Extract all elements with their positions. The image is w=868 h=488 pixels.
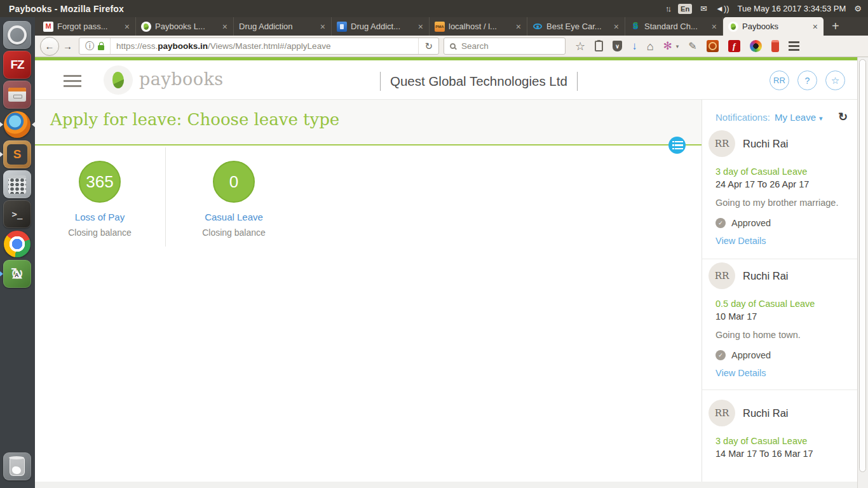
clock[interactable]: Tue May 16 2017 3:34:53 PM [738, 4, 846, 13]
chrome-orb [4, 231, 31, 257]
filezilla-glyph: FZ [10, 58, 24, 72]
tab-close-button[interactable]: × [320, 22, 326, 32]
tab-close-button[interactable]: × [613, 22, 620, 32]
forward-button[interactable]: → [61, 41, 74, 51]
tab-paybooks-active[interactable]: Paybooks × [723, 17, 824, 36]
notifications-label: Notifications: [715, 112, 770, 123]
ubuntu-dash-icon[interactable] [3, 21, 31, 49]
balance-circle[interactable]: 365 [79, 161, 121, 203]
trash-icon[interactable] [3, 452, 31, 480]
url-text[interactable]: https://ess.paybooks.in/Views/Master.htm… [111, 41, 418, 51]
software-updater-icon[interactable]: ↻ A [3, 260, 31, 288]
focused-indicator [29, 122, 35, 127]
file-archiver-icon[interactable] [3, 81, 31, 109]
filezilla-icon[interactable]: FZ [3, 51, 31, 79]
home-icon[interactable]: ⌂ [647, 41, 654, 52]
network-indicator-icon[interactable]: ↑↓ [665, 4, 670, 13]
card-divider [702, 390, 857, 390]
tab-paybooks-login[interactable]: Paybooks L... × [136, 17, 234, 36]
keyboard-layout-indicator[interactable]: En [678, 4, 692, 14]
reload-button[interactable]: ↻ [418, 38, 438, 54]
tab-label: localhost / l... [449, 22, 512, 31]
favorites-star-button[interactable]: ☆ [825, 71, 845, 90]
help-button[interactable]: ? [797, 71, 817, 90]
tab-drug-addiction[interactable]: Drug Addiction × [234, 17, 332, 36]
volume-icon[interactable]: ◄)) [715, 4, 729, 13]
browser-menu-button[interactable] [789, 40, 799, 52]
status-label: Approved [731, 350, 771, 360]
page-scrollbar[interactable] [857, 57, 868, 488]
app-menu-button[interactable] [64, 75, 81, 87]
downloads-icon[interactable]: ↓ [632, 41, 637, 51]
paybooks-favicon [728, 22, 738, 32]
cell-divider [165, 147, 166, 247]
app-header: paybooks Quest Global Technologies Ltd R… [35, 60, 857, 100]
site-identity[interactable]: ⓘ [79, 38, 111, 54]
tab-label: Best Eye Car... [546, 22, 609, 31]
pocket-shield-icon[interactable]: ∨ [613, 41, 622, 51]
notification-card: RR Ruchi Rai 0.5 day of Casual Leave 10 … [709, 262, 850, 379]
https-lock-icon [98, 45, 104, 50]
bookmark-star-icon[interactable]: ☆ [575, 41, 585, 52]
avatar: RR [709, 130, 735, 157]
leave-type-loss-of-pay[interactable]: 365 Loss of Pay Closing balance [55, 161, 144, 238]
tab-close-button[interactable]: × [711, 22, 717, 32]
chevron-down-icon: ▾ [819, 114, 823, 122]
calculator-keys [8, 175, 26, 194]
desktop: Paybooks - Mozilla Firefox ↑↓ En ✉ ◄)) T… [0, 0, 868, 488]
new-tab-button[interactable]: + [824, 17, 848, 36]
search-bar[interactable] [444, 37, 566, 55]
back-button[interactable]: ← [40, 37, 59, 56]
orange-addon-icon[interactable] [707, 40, 719, 52]
firefox-icon[interactable] [3, 111, 31, 139]
search-input[interactable] [460, 41, 559, 51]
system-tray: ↑↓ En ✉ ◄)) Tue May 16 2017 3:34:53 PM ⚙ [665, 4, 868, 14]
notifications-filter-dropdown[interactable]: My Leave▾ [775, 112, 823, 123]
refresh-icon[interactable]: ↻ [838, 110, 848, 124]
addon-dropdown-caret[interactable]: ▾ [676, 43, 679, 50]
leave-type-casual-leave[interactable]: 0 Casual Leave Closing balance [189, 161, 278, 238]
leave-reason: Going to home town. [715, 330, 850, 340]
paybooks-logo-icon[interactable] [104, 65, 133, 95]
user-avatar-button[interactable]: RR [770, 71, 789, 90]
balance-circle[interactable]: 0 [213, 161, 255, 203]
url-bar[interactable]: ⓘ https://ess.paybooks.in/Views/Master.h… [79, 37, 439, 55]
leave-list-toggle-button[interactable] [668, 137, 686, 154]
tab-close-button[interactable]: × [812, 22, 818, 32]
calculator-icon[interactable] [3, 170, 31, 198]
tab-standard-chartered[interactable]: S Standard Ch... × [625, 17, 723, 36]
status-row: ✓ Approved [715, 350, 850, 360]
paybooks-leaf-glyph [112, 72, 124, 88]
leave-dates: 24 Apr 17 To 26 Apr 17 [715, 179, 850, 189]
colorwheel-addon-icon[interactable] [750, 40, 762, 52]
terminal-icon[interactable]: >_ [3, 200, 31, 228]
flower-addon-icon[interactable]: ✻ [663, 41, 672, 51]
session-gear-icon[interactable]: ⚙ [854, 4, 862, 13]
paybooks-favicon [141, 22, 151, 32]
clipboard-addon-icon[interactable] [595, 41, 603, 51]
chrome-icon[interactable] [3, 230, 31, 258]
leave-reason: Going to my brother marriage. [715, 198, 850, 208]
tab-forgot-pass[interactable]: M Forgot pass... × [38, 17, 136, 36]
tab-label: Drug Addiction [239, 22, 316, 31]
flash-addon-icon[interactable]: f [728, 40, 740, 52]
page-info-icon[interactable]: ⓘ [85, 41, 94, 52]
scrollbar-thumb[interactable] [859, 59, 866, 472]
red-addon-icon[interactable] [771, 40, 779, 52]
eye-favicon [532, 22, 543, 32]
view-details-link[interactable]: View Details [715, 236, 766, 246]
tab-close-button[interactable]: × [515, 22, 522, 32]
tab-close-button[interactable]: × [124, 22, 130, 32]
tab-localhost[interactable]: PMA localhost / l... × [430, 17, 527, 36]
mail-icon[interactable]: ✉ [700, 4, 707, 13]
tab-drug-addict[interactable]: Drug Addict... × [332, 17, 430, 36]
notifications-panel: Notifications: My Leave▾ ↻ RR Ruchi Rai … [702, 100, 857, 482]
page-content: paybooks Quest Global Technologies Ltd R… [35, 57, 857, 488]
sublime-text-icon[interactable]: S [3, 140, 31, 168]
leave-type-name: Loss of Pay [55, 212, 144, 222]
tab-close-button[interactable]: × [222, 22, 228, 32]
tab-close-button[interactable]: × [417, 22, 424, 32]
view-details-link[interactable]: View Details [715, 368, 766, 378]
pen-tool-icon[interactable]: ✎ [688, 41, 696, 51]
tab-best-eye-care[interactable]: Best Eye Car... × [527, 17, 625, 36]
